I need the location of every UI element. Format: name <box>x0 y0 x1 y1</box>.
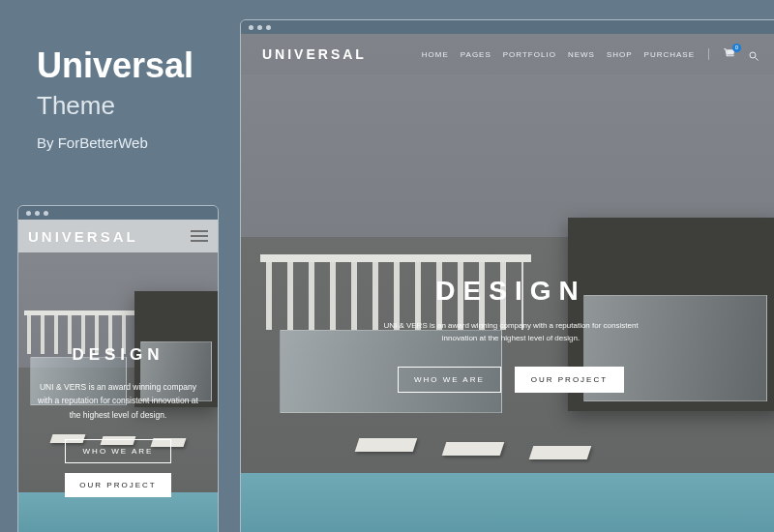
svg-line-1 <box>756 58 759 61</box>
svg-point-0 <box>750 52 756 58</box>
cart-badge: 0 <box>732 44 741 52</box>
search-icon[interactable] <box>748 48 759 60</box>
mobile-preview-frame: UNIVERSAL DESIGN UNI & VERS is an award … <box>17 205 219 532</box>
mobile-hero-content: DESIGN UNI & VERS is an award winning co… <box>18 345 218 497</box>
nav-separator <box>708 48 709 60</box>
window-dot-icon <box>44 211 48 216</box>
window-dot-icon <box>26 211 31 216</box>
window-dot-icon <box>35 211 40 216</box>
our-project-button[interactable]: OUR PROJECT <box>65 473 171 497</box>
nav-item-portfolio[interactable]: PORTFOLIO <box>503 50 556 59</box>
mobile-navbar: UNIVERSAL <box>18 220 218 252</box>
our-project-button[interactable]: OUR PROJECT <box>515 367 624 393</box>
who-we-are-button[interactable]: WHO WE ARE <box>65 439 171 463</box>
hamburger-menu-icon[interactable] <box>191 230 208 242</box>
hero-buttons: WHO WE ARE OUR PROJECT <box>32 439 204 497</box>
window-dot-icon <box>266 25 271 30</box>
hero-buttons: WHO WE ARE OUR PROJECT <box>241 367 774 393</box>
mobile-hero: DESIGN UNI & VERS is an award winning co… <box>18 252 218 532</box>
window-dot-icon <box>249 25 253 30</box>
theme-title-block: Universal Theme By ForBetterWeb <box>37 46 194 151</box>
cart-icon[interactable]: 0 <box>723 47 736 61</box>
nav-item-home[interactable]: HOME <box>422 50 449 59</box>
nav-right: HOME PAGES PORTFOLIO NEWS SHOP PURCHASE … <box>422 47 759 61</box>
hero-headline: DESIGN <box>241 276 774 307</box>
pergola-beam <box>260 254 531 262</box>
pool <box>241 473 774 532</box>
site-logo[interactable]: UNIVERSAL <box>262 46 367 62</box>
window-titlebar <box>241 20 774 34</box>
lounger <box>355 438 418 452</box>
pool <box>18 492 218 532</box>
theme-name: Universal <box>37 46 194 85</box>
desktop-navbar: UNIVERSAL HOME PAGES PORTFOLIO NEWS SHOP… <box>241 34 774 74</box>
hero-subtext: UNI & VERS is an award winning company w… <box>241 320 774 345</box>
window-titlebar <box>18 206 218 220</box>
nav-item-purchase[interactable]: PURCHASE <box>644 50 695 59</box>
theme-author: By ForBetterWeb <box>37 134 194 151</box>
hero-subtext-line: UNI & VERS is an award winning company w… <box>383 321 638 330</box>
desktop-hero: UNIVERSAL HOME PAGES PORTFOLIO NEWS SHOP… <box>241 34 774 532</box>
site-logo[interactable]: UNIVERSAL <box>28 228 138 245</box>
desktop-preview-frame: UNIVERSAL HOME PAGES PORTFOLIO NEWS SHOP… <box>240 19 774 532</box>
who-we-are-button[interactable]: WHO WE ARE <box>398 367 501 393</box>
hero-headline: DESIGN <box>32 345 204 365</box>
lounger <box>442 442 505 456</box>
nav-item-shop[interactable]: SHOP <box>607 50 633 59</box>
hero-subtext: UNI & VERS is an award winning company w… <box>32 380 204 422</box>
hero-subtext-line: innovation at the highest level of desig… <box>442 334 580 342</box>
theme-kind: Theme <box>37 91 194 121</box>
window-dot-icon <box>257 25 262 30</box>
nav-item-pages[interactable]: PAGES <box>461 50 491 59</box>
nav-item-news[interactable]: NEWS <box>568 50 595 59</box>
desktop-hero-content: DESIGN UNI & VERS is an award winning co… <box>241 276 774 393</box>
lounger <box>529 446 592 459</box>
